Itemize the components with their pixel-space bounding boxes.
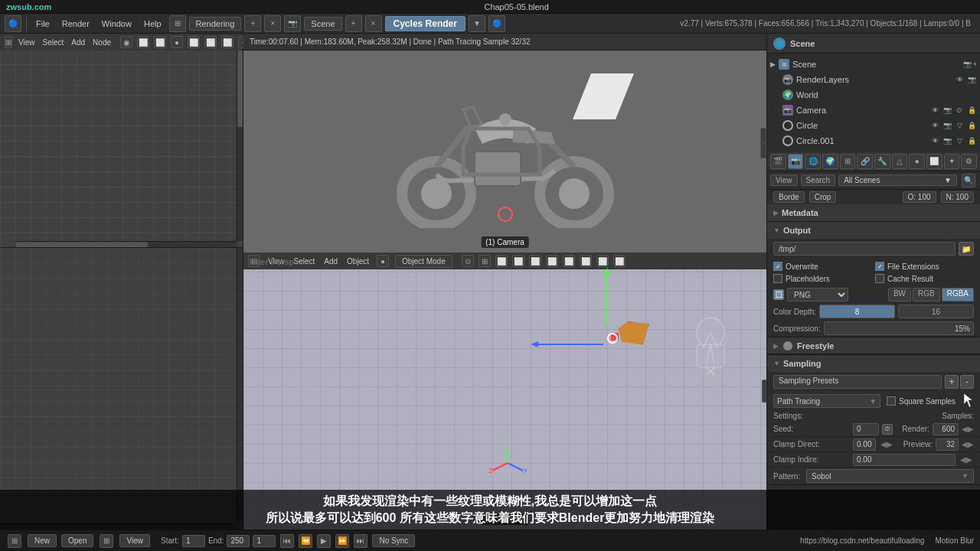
cam-lock[interactable]: 🔒 (966, 105, 977, 116)
freestyle-header[interactable]: ▶ Freestyle (767, 337, 980, 354)
blender-icon[interactable]: 🔵 (5, 15, 21, 32)
view-btn-bottom[interactable]: View (119, 534, 150, 547)
right-border-btn[interactable]: › (760, 128, 766, 158)
play-btn[interactable]: ▶ (317, 534, 331, 548)
cb-btn3[interactable]: ⬜ (495, 255, 508, 267)
circle001-eye[interactable]: 👁 (929, 135, 940, 146)
menu-render[interactable]: Render (56, 14, 96, 33)
square-samples-cb[interactable] (887, 396, 896, 406)
vt-node[interactable]: Node (90, 34, 114, 51)
vt-btn7[interactable]: ⬜ (221, 36, 234, 48)
prop-tab-constraint[interactable]: 🔗 (857, 154, 873, 169)
vt-select[interactable]: Select (40, 34, 67, 51)
depth-16-btn[interactable]: 16 (898, 305, 974, 318)
cam-render-eye[interactable]: 📷 (942, 105, 952, 116)
rl-eye[interactable]: 👁 (954, 74, 965, 85)
scene-add-btn[interactable]: + (345, 15, 362, 32)
vt-btn1[interactable]: ◉ (120, 36, 132, 48)
new-btn[interactable]: New (28, 534, 57, 547)
cb-btn8[interactable]: ⬜ (580, 255, 592, 267)
output-path-field[interactable] (773, 242, 956, 256)
workspace-close-btn[interactable]: × (264, 15, 281, 32)
left-bottom-vscrollbar[interactable] (237, 248, 243, 523)
start-field[interactable]: 1 (182, 535, 205, 547)
compression-field[interactable]: 15% (824, 321, 974, 335)
prop-tab-physics[interactable]: ⚙ (961, 154, 977, 169)
tree-item-camera[interactable]: 📷 Camera 👁 📷 ⊙ 🔒 (767, 103, 980, 118)
seed-field[interactable]: 0 (853, 423, 879, 435)
cb-btn6[interactable]: ⬜ (546, 255, 558, 267)
circle001-lock[interactable]: 🔒 (966, 135, 977, 146)
search-icon[interactable]: 🔍 (962, 174, 975, 187)
cb-btn7[interactable]: ⬜ (563, 255, 575, 267)
placeholders-checkbox[interactable] (773, 274, 782, 283)
vt-btn6[interactable]: ⬜ (204, 36, 217, 48)
cb-add[interactable]: Add (321, 253, 341, 269)
clamp-direct-field[interactable]: 0.00 (853, 439, 876, 451)
cb-select[interactable]: Select (291, 253, 318, 269)
rgba-btn[interactable]: RGBA (942, 288, 974, 302)
tree-item-circle001[interactable]: Circle.001 👁 📷 ▽ 🔒 (767, 133, 980, 148)
cb-btn4[interactable]: ⬜ (512, 255, 524, 267)
prop-tab-texture[interactable]: ⬜ (926, 154, 942, 169)
output-path-browse-btn[interactable]: 📁 (959, 242, 974, 256)
prop-tab-render2[interactable]: 📷 (788, 154, 804, 169)
view-btn[interactable]: View (770, 174, 798, 186)
prop-tab-scene[interactable]: 🌐 (805, 154, 821, 169)
path-tracing-select[interactable]: Path Tracing ▼ (773, 394, 880, 408)
search-btn[interactable]: Search (801, 174, 836, 186)
vt-btn2[interactable]: ⬜ (137, 36, 149, 48)
circle-render-eye[interactable]: 📷 (942, 120, 952, 131)
bottom-icon2[interactable]: ⊞ (100, 534, 113, 548)
rl-render-eye[interactable]: 📷 (966, 74, 977, 85)
workspace-add-btn[interactable]: + (244, 15, 261, 32)
jump-end-btn[interactable]: ⏭ (354, 534, 368, 548)
vt-icon[interactable]: ⊞ (5, 36, 12, 48)
scene-tab[interactable]: Scene (304, 17, 341, 31)
tree-item-renderlayers[interactable]: 📷 RenderLayers 👁 📷 (767, 72, 980, 87)
bottom-layout-icon[interactable]: ⊞ (8, 534, 21, 548)
render-samples-field[interactable]: 600 (933, 423, 959, 435)
borde-btn[interactable]: Borde (773, 191, 805, 203)
output-header[interactable]: ▼ Output (767, 222, 980, 239)
cb-btn10[interactable]: ⬜ (613, 255, 626, 267)
end-field[interactable]: 250 (227, 535, 250, 547)
prop-tab-material[interactable]: ● (909, 154, 925, 169)
circle001-extra[interactable]: ▽ (954, 135, 965, 146)
vt-add[interactable]: Add (68, 34, 88, 51)
pattern-select[interactable]: Sobol ▼ (806, 469, 974, 483)
prop-tab-data[interactable]: △ (892, 154, 908, 169)
h-scrollbar[interactable] (15, 241, 237, 247)
prop-tab-obj[interactable]: ⊞ (840, 154, 856, 169)
vt-view[interactable]: View (15, 34, 38, 51)
file-ext-checkbox[interactable] (875, 262, 884, 271)
format-select[interactable]: PNG JPEG OpenEXR (787, 288, 848, 302)
cb-btn9[interactable]: ⬜ (596, 255, 609, 267)
cb-btn1[interactable]: ⊙ (462, 255, 474, 267)
overwrite-checkbox[interactable] (773, 262, 782, 271)
preview-field[interactable]: 32 (936, 439, 959, 451)
circle001-render-eye[interactable]: 📷 (942, 135, 952, 146)
sampling-header[interactable]: ▼ Sampling (767, 355, 980, 372)
workspace-rendering-tab[interactable]: Rendering (189, 17, 242, 31)
cb-btn5[interactable]: ⬜ (529, 255, 541, 267)
no-sync-btn[interactable]: No Sync (372, 534, 415, 547)
tree-item-circle[interactable]: Circle 👁 📷 ▽ 🔒 (767, 118, 980, 133)
cb-object[interactable]: Object (344, 253, 372, 269)
sampling-presets-field[interactable]: Sampling Presets (773, 375, 942, 389)
cycles-render-tab[interactable]: Cycles Render (385, 16, 466, 31)
tree-item-scene[interactable]: ▶ ⊞ Scene 📷 + (767, 57, 980, 72)
viewport-icon[interactable]: ⊞ (169, 15, 186, 32)
circle-extra[interactable]: ▽ (954, 120, 965, 131)
metadata-header[interactable]: ▶ Metadata (767, 204, 980, 221)
rgb-btn[interactable]: RGB (913, 288, 940, 302)
cam-extra[interactable]: ⊙ (954, 105, 965, 116)
cache-result-checkbox[interactable] (875, 274, 884, 283)
prop-tab-world[interactable]: 🌍 (822, 154, 838, 169)
scene-add-icon[interactable]: + (973, 60, 977, 68)
menu-help[interactable]: Help (138, 14, 168, 33)
vt-btn4[interactable]: ● (171, 36, 183, 48)
step-back-btn[interactable]: ⏪ (299, 534, 312, 548)
circle-lock[interactable]: 🔒 (966, 120, 977, 131)
frame-field[interactable]: 1 (253, 535, 276, 547)
